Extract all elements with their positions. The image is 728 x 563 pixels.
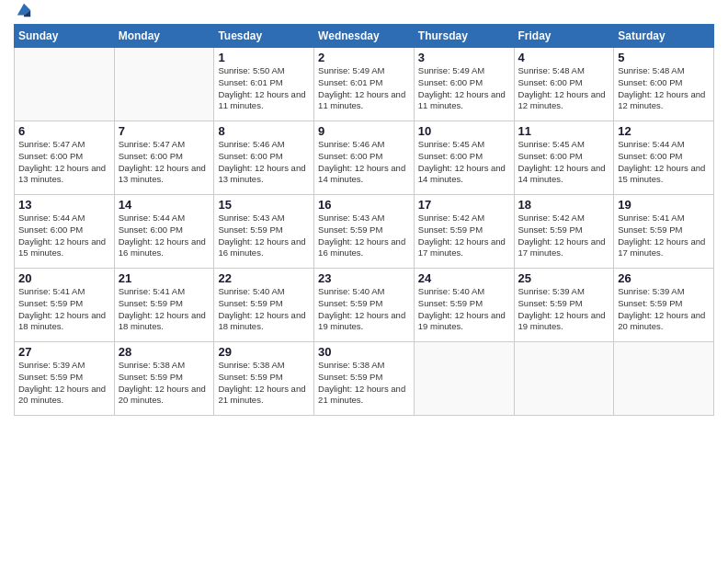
day-number: 24 xyxy=(418,271,510,285)
logo xyxy=(14,9,32,18)
day-number: 3 xyxy=(418,51,510,64)
day-number: 28 xyxy=(119,345,210,359)
calendar-cell xyxy=(114,48,214,121)
day-number: 14 xyxy=(119,198,210,212)
day-number: 9 xyxy=(318,124,410,138)
calendar-week-row: 13Sunrise: 5:44 AM Sunset: 6:00 PM Dayli… xyxy=(15,195,714,269)
calendar: SundayMondayTuesdayWednesdayThursdayFrid… xyxy=(14,24,714,416)
day-info: Sunrise: 5:45 AM Sunset: 6:00 PM Dayligh… xyxy=(418,139,510,186)
day-number: 4 xyxy=(518,51,610,64)
calendar-cell: 19Sunrise: 5:41 AM Sunset: 5:59 PM Dayli… xyxy=(614,195,714,269)
dow-header: Tuesday xyxy=(214,25,314,48)
calendar-cell: 20Sunrise: 5:41 AM Sunset: 5:59 PM Dayli… xyxy=(15,269,115,342)
day-info: Sunrise: 5:39 AM Sunset: 5:59 PM Dayligh… xyxy=(518,286,610,333)
day-info: Sunrise: 5:41 AM Sunset: 5:59 PM Dayligh… xyxy=(618,213,710,259)
calendar-cell: 5Sunrise: 5:48 AM Sunset: 6:00 PM Daylig… xyxy=(614,48,714,121)
day-number: 25 xyxy=(518,271,610,285)
calendar-cell: 28Sunrise: 5:38 AM Sunset: 5:59 PM Dayli… xyxy=(114,342,214,416)
day-info: Sunrise: 5:46 AM Sunset: 6:00 PM Dayligh… xyxy=(318,139,410,186)
dow-header: Wednesday xyxy=(314,25,415,48)
calendar-cell: 29Sunrise: 5:38 AM Sunset: 5:59 PM Dayli… xyxy=(214,342,314,416)
calendar-cell: 30Sunrise: 5:38 AM Sunset: 5:59 PM Dayli… xyxy=(314,342,415,416)
calendar-cell: 3Sunrise: 5:49 AM Sunset: 6:00 PM Daylig… xyxy=(414,48,514,121)
calendar-cell: 14Sunrise: 5:44 AM Sunset: 6:00 PM Dayli… xyxy=(114,195,214,269)
day-number: 27 xyxy=(18,345,110,359)
day-info: Sunrise: 5:38 AM Sunset: 5:59 PM Dayligh… xyxy=(218,360,310,407)
calendar-cell: 24Sunrise: 5:40 AM Sunset: 5:59 PM Dayli… xyxy=(414,269,514,342)
calendar-cell xyxy=(15,48,115,121)
calendar-cell xyxy=(614,342,714,416)
day-info: Sunrise: 5:47 AM Sunset: 6:00 PM Dayligh… xyxy=(119,139,210,186)
day-info: Sunrise: 5:38 AM Sunset: 5:59 PM Dayligh… xyxy=(119,360,210,407)
day-info: Sunrise: 5:40 AM Sunset: 5:59 PM Dayligh… xyxy=(318,286,410,333)
day-number: 23 xyxy=(318,271,410,285)
calendar-cell: 25Sunrise: 5:39 AM Sunset: 5:59 PM Dayli… xyxy=(514,269,614,342)
dow-header: Sunday xyxy=(15,25,115,48)
calendar-cell: 26Sunrise: 5:39 AM Sunset: 5:59 PM Dayli… xyxy=(614,269,714,342)
dow-header: Saturday xyxy=(614,25,714,48)
day-number: 22 xyxy=(218,271,310,285)
calendar-cell: 22Sunrise: 5:40 AM Sunset: 5:59 PM Dayli… xyxy=(214,269,314,342)
calendar-cell: 10Sunrise: 5:45 AM Sunset: 6:00 PM Dayli… xyxy=(414,121,514,195)
day-number: 20 xyxy=(18,271,110,285)
calendar-cell: 2Sunrise: 5:49 AM Sunset: 6:01 PM Daylig… xyxy=(314,48,415,121)
dow-header: Friday xyxy=(514,25,614,48)
calendar-week-row: 6Sunrise: 5:47 AM Sunset: 6:00 PM Daylig… xyxy=(15,121,714,195)
day-info: Sunrise: 5:40 AM Sunset: 5:59 PM Dayligh… xyxy=(218,286,310,333)
calendar-cell: 18Sunrise: 5:42 AM Sunset: 5:59 PM Dayli… xyxy=(514,195,614,269)
day-number: 15 xyxy=(218,198,310,212)
day-info: Sunrise: 5:47 AM Sunset: 6:00 PM Dayligh… xyxy=(18,139,110,186)
day-info: Sunrise: 5:48 AM Sunset: 6:00 PM Dayligh… xyxy=(618,65,710,112)
calendar-cell: 1Sunrise: 5:50 AM Sunset: 6:01 PM Daylig… xyxy=(214,48,314,121)
calendar-cell: 9Sunrise: 5:46 AM Sunset: 6:00 PM Daylig… xyxy=(314,121,415,195)
day-info: Sunrise: 5:40 AM Sunset: 5:59 PM Dayligh… xyxy=(418,286,510,333)
day-number: 30 xyxy=(318,345,410,359)
day-info: Sunrise: 5:46 AM Sunset: 6:00 PM Dayligh… xyxy=(218,139,310,186)
day-info: Sunrise: 5:39 AM Sunset: 5:59 PM Dayligh… xyxy=(18,360,110,407)
day-info: Sunrise: 5:41 AM Sunset: 5:59 PM Dayligh… xyxy=(119,286,210,333)
calendar-cell: 7Sunrise: 5:47 AM Sunset: 6:00 PM Daylig… xyxy=(114,121,214,195)
day-number: 10 xyxy=(418,124,510,138)
day-info: Sunrise: 5:50 AM Sunset: 6:01 PM Dayligh… xyxy=(218,65,310,112)
day-info: Sunrise: 5:49 AM Sunset: 6:01 PM Dayligh… xyxy=(318,65,410,112)
day-number: 26 xyxy=(618,271,710,285)
day-number: 11 xyxy=(518,124,610,138)
day-number: 21 xyxy=(119,271,210,285)
day-info: Sunrise: 5:44 AM Sunset: 6:00 PM Dayligh… xyxy=(119,213,210,259)
day-info: Sunrise: 5:43 AM Sunset: 5:59 PM Dayligh… xyxy=(218,213,310,259)
day-number: 7 xyxy=(119,124,210,138)
day-info: Sunrise: 5:48 AM Sunset: 6:00 PM Dayligh… xyxy=(518,65,610,112)
calendar-week-row: 20Sunrise: 5:41 AM Sunset: 5:59 PM Dayli… xyxy=(15,269,714,342)
calendar-cell: 17Sunrise: 5:42 AM Sunset: 5:59 PM Dayli… xyxy=(414,195,514,269)
calendar-cell: 15Sunrise: 5:43 AM Sunset: 5:59 PM Dayli… xyxy=(214,195,314,269)
day-number: 29 xyxy=(218,345,310,359)
day-number: 5 xyxy=(618,51,710,64)
day-info: Sunrise: 5:43 AM Sunset: 5:59 PM Dayligh… xyxy=(318,213,410,259)
calendar-cell xyxy=(514,342,614,416)
day-number: 12 xyxy=(618,124,710,138)
calendar-cell: 23Sunrise: 5:40 AM Sunset: 5:59 PM Dayli… xyxy=(314,269,415,342)
calendar-cell: 12Sunrise: 5:44 AM Sunset: 6:00 PM Dayli… xyxy=(614,121,714,195)
calendar-cell: 4Sunrise: 5:48 AM Sunset: 6:00 PM Daylig… xyxy=(514,48,614,121)
calendar-week-row: 1Sunrise: 5:50 AM Sunset: 6:01 PM Daylig… xyxy=(15,48,714,121)
day-number: 8 xyxy=(218,124,310,138)
day-info: Sunrise: 5:39 AM Sunset: 5:59 PM Dayligh… xyxy=(618,286,710,333)
day-info: Sunrise: 5:45 AM Sunset: 6:00 PM Dayligh… xyxy=(518,139,610,186)
calendar-cell xyxy=(414,342,514,416)
day-number: 18 xyxy=(518,198,610,212)
calendar-cell: 21Sunrise: 5:41 AM Sunset: 5:59 PM Dayli… xyxy=(114,269,214,342)
dow-header: Thursday xyxy=(414,25,514,48)
day-info: Sunrise: 5:38 AM Sunset: 5:59 PM Dayligh… xyxy=(318,360,410,407)
calendar-cell: 11Sunrise: 5:45 AM Sunset: 6:00 PM Dayli… xyxy=(514,121,614,195)
day-info: Sunrise: 5:41 AM Sunset: 5:59 PM Dayligh… xyxy=(18,286,110,333)
dow-header: Monday xyxy=(114,25,214,48)
day-number: 19 xyxy=(618,198,710,212)
day-info: Sunrise: 5:44 AM Sunset: 6:00 PM Dayligh… xyxy=(618,139,710,186)
day-info: Sunrise: 5:42 AM Sunset: 5:59 PM Dayligh… xyxy=(518,213,610,259)
calendar-cell: 27Sunrise: 5:39 AM Sunset: 5:59 PM Dayli… xyxy=(15,342,115,416)
calendar-week-row: 27Sunrise: 5:39 AM Sunset: 5:59 PM Dayli… xyxy=(15,342,714,416)
day-info: Sunrise: 5:42 AM Sunset: 5:59 PM Dayligh… xyxy=(418,213,510,259)
day-number: 13 xyxy=(18,198,110,212)
calendar-cell: 13Sunrise: 5:44 AM Sunset: 6:00 PM Dayli… xyxy=(15,195,115,269)
day-info: Sunrise: 5:49 AM Sunset: 6:00 PM Dayligh… xyxy=(418,65,510,112)
